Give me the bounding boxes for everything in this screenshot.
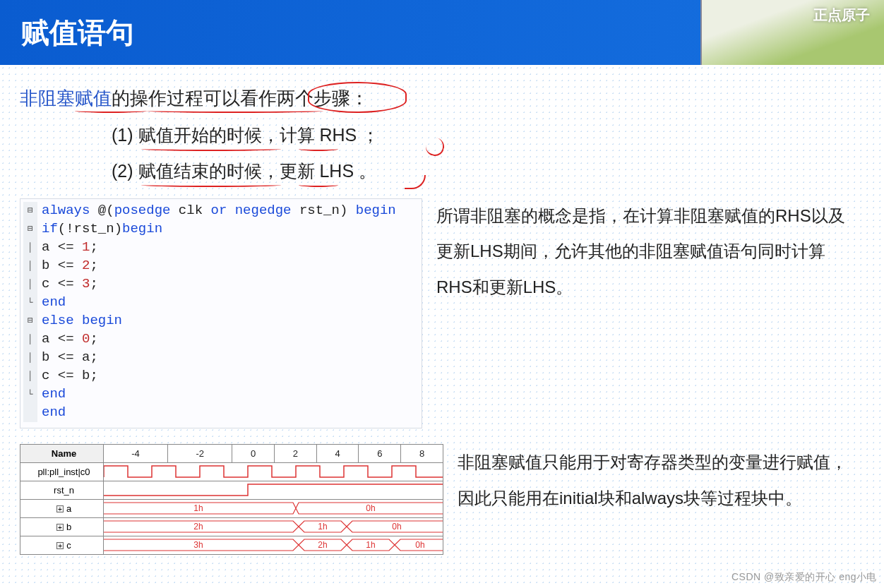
intro-line: 非阻塞赋值的操作过程可以看作两个步骤： (20, 86, 864, 111)
annotation-underline (147, 109, 323, 113)
page-title: 赋值语句 (21, 13, 134, 52)
code-block: ⊟always @(posedge clk or negedge rst_n) … (20, 198, 422, 428)
wave-row-c: +c 3h 2h 1h 0h (20, 536, 443, 554)
header-bar: 赋值语句 正点原子 (0, 0, 884, 65)
wave-row-b: +b 2h 1h 0h (20, 517, 443, 536)
wave-row-rst: rst_n (20, 481, 443, 499)
wave-row-clk: pll:pll_inst|c0 (20, 462, 443, 481)
svg-text:2h: 2h (193, 522, 203, 532)
step-1: (1) 赋值开始的时候，计算 RHS ； (112, 124, 864, 147)
waveform-table: Name -4 -2 0 2 4 6 8 pll:pll_inst|c0 rst… (20, 444, 443, 555)
svg-text:1h: 1h (193, 503, 203, 513)
svg-text:3h: 3h (193, 540, 203, 550)
expand-icon[interactable]: + (56, 505, 64, 512)
step-2: (2) 赋值结束的时候，更新 LHS 。 (112, 160, 864, 183)
watermark: CSDN @致亲爱的开心 eng小电 (731, 571, 877, 584)
waveform-ticks: Name -4 -2 0 2 4 6 8 (20, 444, 443, 462)
svg-text:2h: 2h (318, 540, 327, 550)
header-image: 正点原子 (700, 0, 884, 65)
paragraph-1: 所谓非阻塞的概念是指，在计算非阻塞赋值的RHS以及更新LHS期间，允许其他的非阻… (436, 198, 864, 428)
bus-wave-icon: 3h 2h 1h 0h (104, 536, 443, 553)
rst-wave-icon (104, 481, 443, 498)
step-2-text: (2) 赋值结束的时候，更新 LHS 。 (112, 161, 376, 181)
annotation-arc (424, 136, 446, 157)
intro-highlight: 非阻塞赋值 (20, 88, 112, 109)
svg-text:0h: 0h (415, 540, 424, 550)
col-name-header: Name (20, 444, 104, 462)
annotation-underline (141, 183, 281, 187)
bus-wave-icon: 2h 1h 0h (104, 518, 443, 535)
bus-wave-icon: 1h 0h (104, 500, 443, 517)
svg-text:1h: 1h (318, 522, 327, 532)
annotation-underline (75, 109, 147, 113)
wave-row-a: +a 1h 0h (20, 499, 443, 517)
svg-text:0h: 0h (392, 522, 401, 532)
svg-text:0h: 0h (366, 503, 375, 513)
annotation-underline (299, 147, 338, 151)
annotation-underline (299, 183, 338, 187)
code-kw: always (42, 203, 90, 218)
expand-icon[interactable]: + (56, 524, 64, 531)
header-image-text: 正点原子 (813, 6, 870, 25)
svg-text:1h: 1h (366, 540, 375, 550)
paragraph-2: 非阻塞赋值只能用于对寄存器类型的变量进行赋值，因此只能用在initial块和al… (458, 444, 864, 517)
annotation-underline (141, 147, 281, 151)
step-1-text: (1) 赋值开始的时候，计算 RHS ； (112, 125, 379, 145)
content-area: 非阻塞赋值的操作过程可以看作两个步骤： (1) 赋值开始的时候，计算 RHS ；… (0, 65, 884, 555)
expand-icon[interactable]: + (56, 542, 64, 549)
annotation-arc (405, 175, 426, 189)
clock-wave-icon (104, 463, 443, 480)
